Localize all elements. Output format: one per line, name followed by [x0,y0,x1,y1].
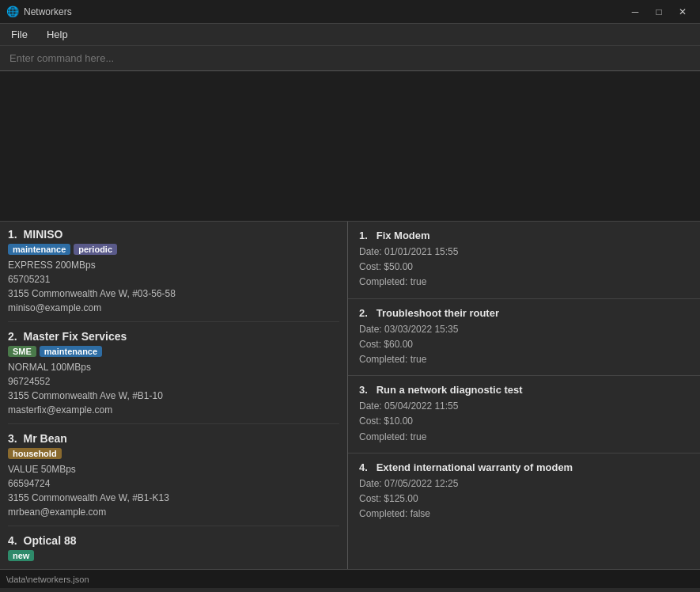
job-title: 3. Run a network diagnostic test [359,384,689,396]
jobs-list: 1. Fix Modem Date: 01/01/2021 15:55 Cost… [348,222,700,529]
job-number: 1. [359,230,368,241]
tags: household [8,448,339,459]
clients-panel: 1. MINISO maintenanceperiodic EXPRESS 20… [0,222,348,569]
job-cost: Cost: $50.00 [359,260,689,275]
job-cost: Cost: $10.00 [359,414,689,429]
job-title: 4. Extend international warranty of mode… [359,461,689,473]
title-bar-left: 🌐 Networkers [6,6,72,18]
job-completed: Completed: false [359,507,689,522]
output-area [0,71,700,222]
job-date: Date: 01/01/2021 15:55 [359,245,689,260]
job-detail: Date: 01/01/2021 15:55 Cost: $50.00 Comp… [359,245,689,290]
client-name: MINISO [24,228,63,241]
close-button[interactable]: ✕ [672,3,694,21]
title-bar: 🌐 Networkers ─ □ ✕ [0,0,700,24]
client-title: 2. Master Fix Services [8,330,339,343]
job-detail: Date: 03/03/2022 15:35 Cost: $60.00 Comp… [359,322,689,368]
app-title: Networkers [24,6,72,17]
client-detail: VALUE 50MBps665947243155 Commonwealth Av… [8,462,339,519]
client-number: 1. [8,228,17,241]
list-item[interactable]: 1. Fix Modem Date: 01/01/2021 15:55 Cost… [348,222,700,299]
job-date: Date: 07/05/2022 12:25 [359,476,689,491]
job-number: 4. [359,461,368,473]
client-phone: 96724552 [8,374,339,389]
job-number: 3. [359,384,368,396]
command-input[interactable] [9,52,691,64]
tag-new: new [8,550,34,561]
status-path: \data\networkers.json [6,575,89,584]
tags: maintenanceperiodic [8,244,339,255]
tag-sme: SME [8,346,36,357]
job-detail: Date: 05/04/2022 11:55 Cost: $10.00 Comp… [359,399,689,445]
job-title: 1. Fix Modem [359,230,689,241]
job-name: Fix Modem [376,230,430,241]
client-plan: VALUE 50MBps [8,462,339,476]
client-email: mrbean@example.com [8,505,339,519]
client-title: 3. Mr Bean [8,432,339,445]
list-item[interactable]: 2. Master Fix Services SMEmaintenance NO… [8,330,339,424]
menu-bar: File Help [0,24,700,46]
clients-list: 1. MINISO maintenanceperiodic EXPRESS 20… [8,228,339,569]
client-title: 1. MINISO [8,228,339,241]
client-number: 2. [8,330,17,343]
list-item[interactable]: 4. Extend international warranty of mode… [348,453,700,530]
job-completed: Completed: true [359,352,689,367]
client-plan: EXPRESS 200MBps [8,258,339,272]
list-item[interactable]: 2. Troubleshoot their router Date: 03/03… [348,299,700,377]
menu-help[interactable]: Help [42,27,73,42]
job-title: 2. Troubleshoot their router [359,307,689,319]
list-item[interactable]: 3. Run a network diagnostic test Date: 0… [348,376,700,453]
command-area [0,46,700,71]
tag-maintenance: maintenance [40,346,102,357]
list-item[interactable]: 1. MINISO maintenanceperiodic EXPRESS 20… [8,228,339,322]
job-cost: Cost: $125.00 [359,491,689,507]
client-phone: 66594724 [8,476,339,491]
client-email: masterfix@example.com [8,403,339,417]
client-address: 3155 Commonwealth Ave W, #B1-10 [8,389,339,403]
tags: new [8,550,339,561]
client-number: 3. [8,432,17,445]
tag-periodic: periodic [74,244,117,255]
client-plan: NORMAL 100MBps [8,360,339,374]
client-detail: EXPRESS 200MBps657052313155 Commonwealth… [8,258,339,315]
job-completed: Completed: true [359,275,689,290]
job-name: Extend international warranty of modem [376,461,573,473]
job-name: Troubleshoot their router [376,307,499,319]
client-phone: 65705231 [8,272,339,287]
client-address: 3155 Commonwealth Ave W, #03-56-58 [8,287,339,301]
tag-maintenance: maintenance [8,244,70,255]
job-date: Date: 03/03/2022 15:35 [359,322,689,337]
maximize-button[interactable]: □ [648,3,670,21]
job-detail: Date: 07/05/2022 12:25 Cost: $125.00 Com… [359,476,689,522]
client-title: 4. Optical 88 [8,534,339,547]
tag-household: household [8,448,62,459]
job-cost: Cost: $60.00 [359,337,689,352]
list-item[interactable]: 3. Mr Bean household VALUE 50MBps6659472… [8,432,339,526]
main-content: 1. MINISO maintenanceperiodic EXPRESS 20… [0,222,700,569]
app-icon: 🌐 [6,6,19,18]
client-email: miniso@example.com [8,301,339,315]
status-bar: \data\networkers.json [0,569,700,588]
job-date: Date: 05/04/2022 11:55 [359,399,689,414]
client-name: Mr Bean [24,432,67,445]
client-name: Optical 88 [24,534,77,547]
tags: SMEmaintenance [8,346,339,357]
window-controls: ─ □ ✕ [624,3,694,21]
jobs-panel: 1. Fix Modem Date: 01/01/2021 15:55 Cost… [348,222,700,569]
client-number: 4. [8,534,17,547]
minimize-button[interactable]: ─ [624,3,646,21]
client-address: 3155 Commonwealth Ave W, #B1-K13 [8,491,339,505]
client-name: Master Fix Services [24,330,127,343]
menu-file[interactable]: File [6,27,32,42]
job-number: 2. [359,307,368,319]
client-detail: NORMAL 100MBps967245523155 Commonwealth … [8,360,339,417]
list-item[interactable]: 4. Optical 88 new [8,534,339,569]
job-name: Run a network diagnostic test [376,384,523,396]
job-completed: Completed: true [359,430,689,445]
